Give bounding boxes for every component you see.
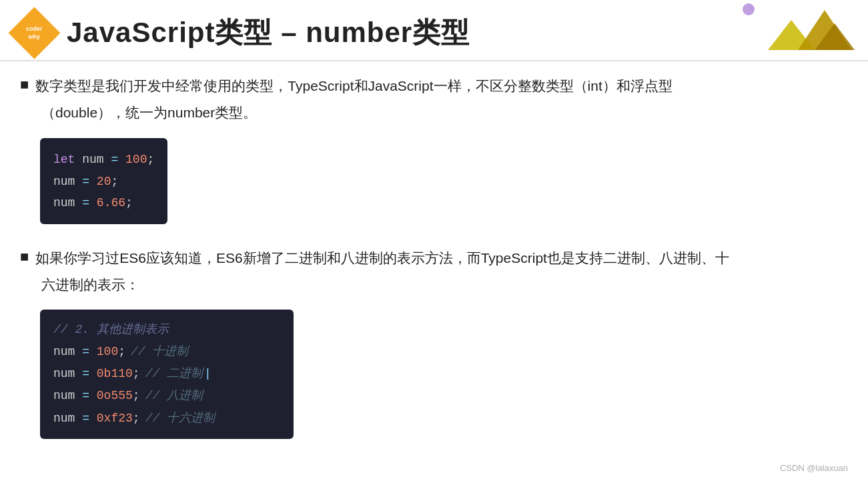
section2-line2: 六进制的表示： — [20, 274, 841, 296]
code2-line-2: num = 0b110;// 二进制| — [53, 363, 280, 385]
code-line-3: num = 6.66; — [53, 192, 154, 213]
code2-line-4: num = 0xf23;// 十六进制 — [53, 408, 280, 430]
code-line-2: num = 20; — [53, 171, 154, 192]
code2-comment-header: // 2. 其他进制表示 — [53, 319, 280, 341]
section1-line1: 数字类型是我们开发中经常使用的类型，TypeScript和JavaScript一… — [35, 75, 672, 97]
main-content: ■ 数字类型是我们开发中经常使用的类型，TypeScript和JavaScrip… — [0, 68, 868, 467]
code2-line-1: num = 100;// 十进制 — [53, 341, 280, 363]
mountain-decoration — [748, 7, 855, 53]
section1-line2: （double），统一为number类型。 — [20, 101, 841, 124]
logo-diamond: coder why — [8, 7, 60, 59]
section-1: ■ 数字类型是我们开发中经常使用的类型，TypeScript和JavaScrip… — [20, 75, 841, 232]
code-block-1: let num = 100; num = 20; num = 6.66; — [40, 138, 167, 224]
logo-text: coder why — [26, 25, 43, 40]
footer-text: CSDN @lalaxuan — [780, 463, 848, 473]
bullet-icon-2: ■ — [20, 248, 29, 266]
header: coder why JavaScript类型 – number类型 — [0, 0, 868, 61]
bullet-item-2: ■ 如果你学习过ES6应该知道，ES6新增了二进制和八进制的表示方法，而Type… — [20, 247, 841, 270]
footer: CSDN @lalaxuan — [780, 463, 848, 473]
section2-line1: 如果你学习过ES6应该知道，ES6新增了二进制和八进制的表示方法，而TypeSc… — [35, 247, 729, 270]
code2-line-3: num = 0o555;// 八进制 — [53, 385, 280, 407]
keyword-let: let — [53, 153, 75, 166]
bullet-icon-1: ■ — [20, 76, 29, 93]
section-2: ■ 如果你学习过ES6应该知道，ES6新增了二进制和八进制的表示方法，而Type… — [20, 247, 841, 446]
bullet-item-1: ■ 数字类型是我们开发中经常使用的类型，TypeScript和JavaScrip… — [20, 75, 841, 97]
logo-container: coder why — [13, 12, 55, 53]
page-title: JavaScript类型 – number类型 — [67, 14, 470, 51]
code-block-2: // 2. 其他进制表示 num = 100;// 十进制 num = 0b11… — [40, 310, 294, 439]
code-line-1: let num = 100; — [53, 149, 154, 170]
